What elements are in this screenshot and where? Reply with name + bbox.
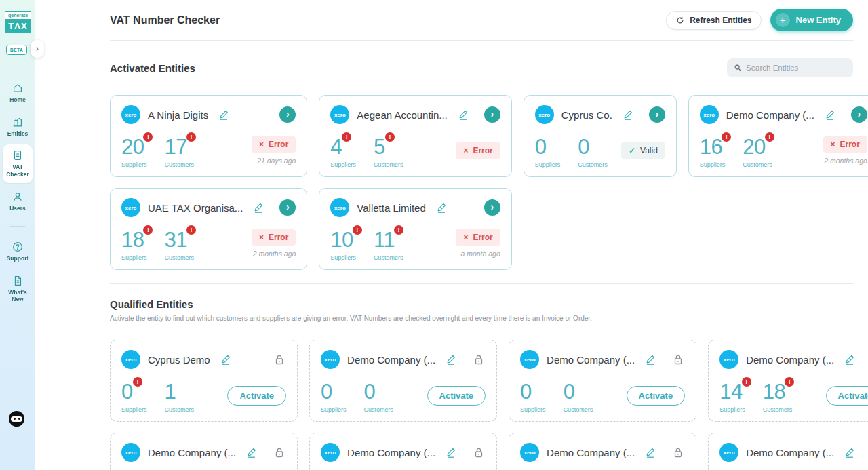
customers-stat: 0 Customers: [364, 380, 394, 413]
entity-card: xero Demo Company (... 0: [309, 340, 497, 422]
suppliers-stat: 0 Suppliers: [535, 136, 561, 168]
suppliers-label: Suppliers: [535, 161, 561, 168]
customers-label: Customers: [165, 254, 195, 261]
customers-count: 20: [743, 135, 765, 159]
edit-pencil-icon[interactable]: [644, 446, 656, 458]
open-entity-button[interactable]: ›: [649, 106, 665, 123]
entity-card: xero Demo Company (... 0: [509, 340, 696, 422]
edit-pencil-icon[interactable]: [844, 446, 856, 458]
sidebar-item-users[interactable]: Users: [3, 186, 33, 217]
activate-button[interactable]: Activate: [627, 386, 686, 406]
customers-stat: 0 Customers: [578, 136, 608, 168]
customers-stat: 31 ! Customers: [165, 229, 195, 261]
ninja-eye: [18, 418, 20, 420]
suppliers-stat: 18 ! Suppliers: [121, 229, 147, 261]
open-entity-button[interactable]: ›: [851, 106, 867, 123]
suppliers-stat: 20 ! Suppliers: [121, 136, 147, 168]
sidebar-item-whats-new[interactable]: What's New: [3, 270, 33, 308]
suppliers-count: 14: [719, 380, 742, 404]
edit-pencil-icon[interactable]: [445, 353, 457, 366]
edit-pencil-icon[interactable]: [220, 353, 232, 366]
alert-badge-icon: !: [186, 225, 196, 235]
customers-stat: 20 ! Customers: [743, 136, 772, 168]
edit-pencil-icon[interactable]: [644, 353, 656, 366]
suppliers-label: Suppliers: [330, 161, 356, 168]
entity-name: Demo Company (...: [726, 109, 814, 121]
open-entity-button[interactable]: ›: [484, 199, 500, 216]
customers-label: Customers: [165, 161, 195, 168]
lock-icon: [472, 353, 486, 366]
error-label: Error: [269, 233, 288, 242]
customers-label: Customers: [165, 406, 195, 413]
customers-label: Customers: [763, 406, 793, 413]
refresh-entities-label: Refresh Entities: [690, 16, 751, 25]
edit-pencil-icon[interactable]: [252, 201, 264, 214]
edit-pencil-icon[interactable]: [435, 201, 448, 214]
sidebar-item-label: VAT Checker: [4, 163, 31, 178]
question-icon: [12, 241, 24, 253]
suppliers-label: Suppliers: [121, 254, 147, 261]
chat-widget-ninja-icon[interactable]: [9, 411, 24, 427]
edit-pencil-icon[interactable]: [245, 446, 258, 458]
suppliers-count: 4: [330, 135, 342, 159]
sidebar-item-home[interactable]: Home: [3, 77, 33, 109]
edit-pencil-icon[interactable]: [218, 109, 230, 121]
edit-pencil-icon[interactable]: [844, 353, 856, 366]
alert-badge-icon: !: [186, 132, 196, 142]
edit-pencil-icon[interactable]: [457, 109, 469, 121]
error-status-badge: × Error: [456, 142, 500, 159]
refresh-entities-button[interactable]: Refresh Entities: [666, 11, 761, 30]
suppliers-label: Suppliers: [700, 161, 726, 168]
entity-name: Demo Company (...: [746, 354, 834, 366]
sidebar-item-entities[interactable]: Entities: [3, 111, 33, 142]
error-label: Error: [840, 140, 860, 149]
last-checked-time: 2 months ago: [824, 157, 867, 165]
last-checked-time: a month ago: [460, 250, 500, 258]
error-status-badge: × Error: [823, 136, 867, 153]
close-icon: ×: [259, 233, 264, 242]
suppliers-stat: 4 ! Suppliers: [330, 136, 356, 168]
sidebar-item-vat-checker[interactable]: VAT Checker: [3, 144, 33, 182]
customers-count: 18: [763, 380, 785, 404]
home-icon: [12, 82, 24, 94]
open-entity-button[interactable]: ›: [279, 106, 296, 123]
customers-label: Customers: [374, 161, 403, 168]
activate-button[interactable]: Activate: [427, 386, 486, 406]
qualified-entities-grid: xero Cyprus Demo 0 ! Supp: [110, 340, 853, 470]
vat-document-icon: [12, 149, 24, 161]
lock-icon: [273, 446, 286, 459]
entity-card: xero UAE TAX Organisa... › 18 ! Supplier…: [110, 188, 307, 270]
xero-logo-icon: xero: [121, 105, 140, 124]
entity-card: xero Demo Company (...: [509, 433, 696, 470]
entity-card: xero Cyprus Demo 0 ! Supp: [110, 340, 298, 422]
alert-badge-icon: !: [385, 132, 395, 142]
xero-logo-icon: xero: [330, 198, 349, 217]
open-entity-button[interactable]: ›: [484, 106, 500, 123]
activate-button[interactable]: Activate: [826, 386, 868, 406]
customers-count: 0: [578, 135, 589, 159]
error-label: Error: [473, 233, 492, 242]
ninja-face: [11, 416, 22, 422]
entity-card: xero Valletta Limited › 10 ! Suppliers: [319, 188, 511, 270]
sidebar-item-support[interactable]: Support: [3, 236, 33, 267]
edit-pencil-icon[interactable]: [824, 109, 836, 121]
plus-icon: +: [776, 13, 790, 27]
sidebar-expand-button[interactable]: ›: [31, 40, 44, 58]
customers-stat: 11 ! Customers: [374, 229, 403, 261]
edit-pencil-icon[interactable]: [445, 446, 457, 458]
close-icon: ×: [259, 140, 264, 149]
activate-button[interactable]: Activate: [227, 386, 286, 406]
search-entities-input[interactable]: [746, 64, 846, 72]
open-entity-button[interactable]: ›: [279, 199, 296, 216]
suppliers-stat: 0 Suppliers: [520, 380, 546, 413]
new-entity-button[interactable]: + New Entity: [770, 9, 853, 31]
entity-name: Cyprus Demo: [148, 354, 210, 366]
suppliers-stat: 14 ! Suppliers: [719, 380, 745, 413]
customers-count: 0: [364, 380, 376, 404]
customers-label: Customers: [578, 161, 608, 168]
customers-stat: 1 Customers: [165, 380, 195, 413]
alert-badge-icon: !: [342, 132, 351, 142]
xero-logo-icon: xero: [121, 350, 140, 369]
qualified-entities-heading: Qualified Entities: [110, 298, 853, 310]
edit-pencil-icon[interactable]: [622, 109, 634, 121]
